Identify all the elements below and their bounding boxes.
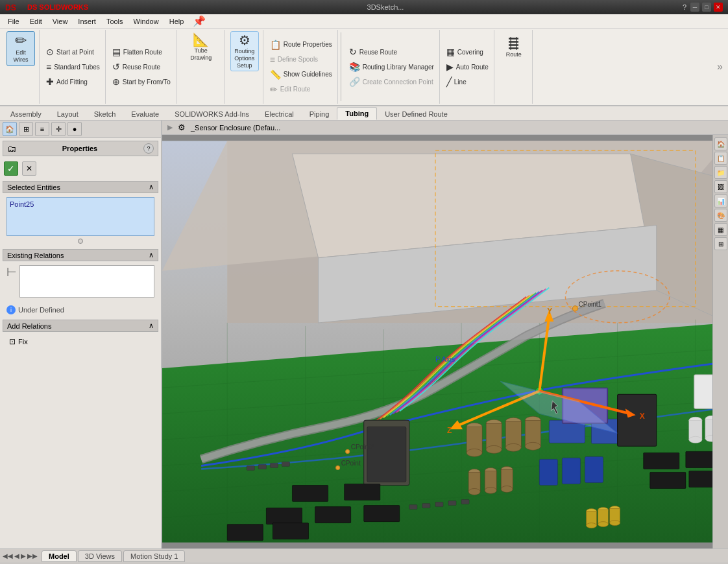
start-by-from-to-button[interactable]: ⊕ Start by From/To [110, 75, 173, 89]
show-guidelines-button[interactable]: 📏 Show Guidelines [267, 67, 335, 82]
vp-grid-btn[interactable]: ▦ [714, 223, 727, 236]
edit-wires-button[interactable]: ✏ EditWires [6, 31, 35, 66]
menu-view[interactable]: View [47, 16, 73, 27]
tab-3d-views[interactable]: 3D Views [78, 550, 122, 562]
svg-text:Z: Z [447, 426, 452, 435]
panel-list-icon[interactable]: ≡ [35, 122, 49, 136]
tab-layout[interactable]: Layout [49, 108, 86, 120]
selected-entity-value: Point25 [10, 200, 151, 208]
tube-drawing-label: Tube Drawing [185, 47, 217, 62]
ok-button[interactable]: ✓ [4, 161, 18, 176]
route-properties-button[interactable]: 📋 Route Properties [267, 38, 335, 52]
help-btn[interactable]: ? [683, 3, 686, 11]
panel-add-icon[interactable]: ✛ [51, 122, 66, 136]
toolbar-expand-btn[interactable]: » [714, 30, 725, 104]
standard-tubes-button[interactable]: ≡ Standard Tubes [43, 60, 103, 74]
tab-user-defined-route[interactable]: User Defined Route [377, 108, 455, 120]
properties-panel: 🗂 Properties ? ✓ ✕ Selected Entities ∧ P… [0, 138, 161, 548]
svg-rect-66 [270, 463, 278, 467]
viewport: ▶ ⚙ _Sensor Enclosure (Defau... [162, 121, 728, 548]
add-relations-header[interactable]: Add Relations ∧ [3, 320, 158, 332]
fix-label: Fix [18, 338, 28, 346]
tab-solidworks-addins[interactable]: SOLIDWORKS Add-Ins [167, 108, 257, 120]
vp-view-btn[interactable]: 📋 [714, 152, 727, 165]
add-relations-label: Add Relations [7, 322, 52, 330]
create-connection-point-button[interactable]: 🔗 Create Connection Point [346, 75, 437, 89]
svg-rect-47 [539, 459, 557, 485]
status-info-icon: i [6, 305, 16, 314]
define-spools-button[interactable]: ≡ Define Spools [267, 53, 335, 67]
toolbar: ✏ EditWires ⊙ Start at Point ≡ Standard … [0, 29, 728, 106]
add-fitting-label: Add Fitting [56, 78, 88, 86]
nav-first-btn[interactable]: ◀◀ [3, 552, 13, 559]
routing-library-manager-button[interactable]: 📚 Routing Library Manager [346, 60, 437, 74]
menu-file[interactable]: File [3, 16, 25, 27]
start-at-point-button[interactable]: ⊙ Start at Point [43, 45, 103, 59]
tab-model[interactable]: Model [42, 550, 77, 562]
menu-help[interactable]: Help [164, 16, 189, 27]
viewport-right-controls: 🏠 📋 📁 🖼 📊 🎨 ▦ ⊞ [712, 135, 728, 548]
panel-grid-icon[interactable]: ⊞ [19, 122, 33, 136]
properties-header: 🗂 Properties ? [3, 141, 158, 156]
tab-motion-study[interactable]: Motion Study 1 [123, 550, 185, 562]
edit-route-button[interactable]: ✏ Edit Route [267, 82, 335, 97]
tube-drawing-button[interactable]: 📐 Tube Drawing [182, 31, 221, 64]
properties-title: Properties [62, 145, 97, 152]
flatten-route-button[interactable]: ▤ Flatten Route [110, 45, 173, 59]
panel-circle-icon[interactable]: ● [67, 122, 82, 136]
svg-point-78 [598, 522, 609, 527]
svg-rect-68 [409, 505, 417, 510]
vp-color-btn[interactable]: 🎨 [714, 209, 727, 222]
route-button[interactable]: 🛤 Route [500, 31, 528, 64]
cancel-button[interactable]: ✕ [22, 161, 36, 176]
vp-folder-btn[interactable]: 📁 [714, 166, 727, 179]
close-btn[interactable]: ✕ [714, 3, 723, 12]
tab-evaluate[interactable]: Evaluate [123, 108, 167, 120]
svg-rect-60 [644, 452, 679, 469]
routing-options-label: RoutingOptionsSetup [234, 48, 254, 69]
menu-edit[interactable]: Edit [25, 16, 47, 27]
routing-options-setup-button[interactable]: ⚙ RoutingOptionsSetup [230, 31, 259, 71]
tab-piping[interactable]: Piping [302, 108, 337, 120]
auto-route-button[interactable]: ▶ Auto Route [444, 60, 491, 74]
flatten-route-label: Flatten Route [123, 49, 162, 56]
svg-point-106 [336, 465, 340, 469]
toolbar-group-edit-wires: ✏ EditWires [3, 30, 40, 104]
maximize-btn[interactable]: □ [702, 3, 711, 12]
menu-window[interactable]: Window [128, 16, 164, 27]
vp-snap-btn[interactable]: ⊞ [714, 237, 727, 250]
tab-sketch[interactable]: Sketch [86, 108, 124, 120]
nav-prev-btn[interactable]: ◀ [14, 552, 19, 559]
tab-assembly[interactable]: Assembly [3, 108, 49, 120]
tab-electrical[interactable]: Electrical [257, 108, 302, 120]
reuse-route-button[interactable]: ↺ Reuse Route [110, 60, 173, 74]
auto-route-label: Auto Route [456, 64, 489, 71]
vp-image-btn[interactable]: 🖼 [714, 180, 727, 193]
add-fitting-button[interactable]: ✚ Add Fitting [43, 75, 103, 89]
properties-help-icon[interactable]: ? [143, 143, 154, 154]
menu-tools[interactable]: Tools [101, 16, 128, 27]
fix-button[interactable]: ⊡ Fix [6, 336, 154, 347]
covering-button[interactable]: ▦ Covering [444, 45, 491, 59]
menu-insert[interactable]: Insert [73, 16, 101, 27]
line-button[interactable]: ╱ Line [444, 75, 491, 89]
feature-tree-arrow[interactable]: ▶ [167, 123, 173, 132]
svg-rect-48 [562, 458, 580, 484]
vp-home-btn[interactable]: 🏠 [714, 137, 727, 150]
edit-wires-icon: ✏ [15, 34, 27, 48]
tab-tubing[interactable]: Tubing [337, 107, 377, 120]
nav-next-btn[interactable]: ▶ [21, 552, 26, 559]
add-relations-content: ⊡ Fix [3, 333, 158, 350]
panel-home-icon[interactable]: 🏠 [3, 122, 17, 136]
minimize-btn[interactable]: ─ [690, 3, 699, 12]
selected-entities-header[interactable]: Selected Entities ∧ [3, 181, 158, 193]
svg-rect-57 [364, 506, 400, 522]
nav-last-btn[interactable]: ▶▶ [27, 552, 38, 559]
svg-rect-71 [448, 501, 456, 506]
status-row: i Under Defined [3, 303, 158, 317]
svg-rect-67 [282, 462, 289, 466]
toolbar-group-route: 🛤 Route [496, 30, 533, 104]
vp-chart-btn[interactable]: 📊 [714, 194, 727, 207]
existing-relations-header[interactable]: Existing Relations ∧ [3, 249, 158, 261]
reuse-route2-button[interactable]: ↻ Reuse Route [346, 45, 437, 59]
